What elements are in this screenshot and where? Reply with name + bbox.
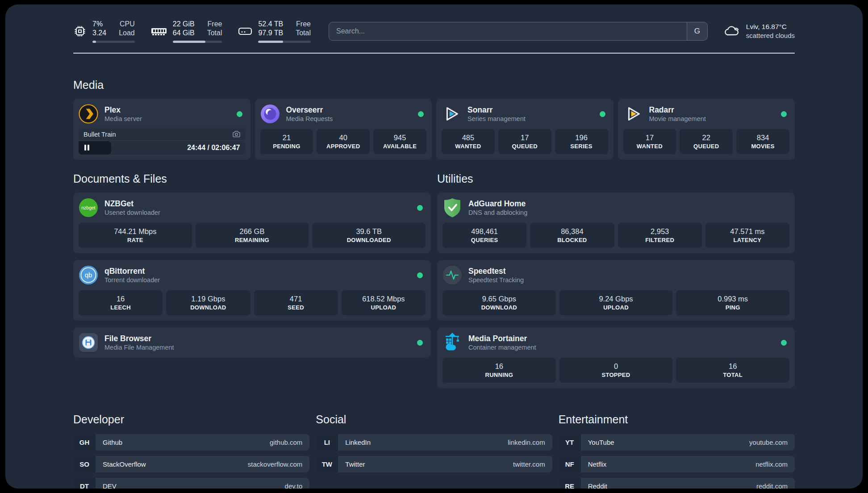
stat-queued: 17 QUEUED bbox=[498, 129, 551, 154]
stat-label: BLOCKED bbox=[557, 237, 587, 243]
bookmark-name: DEV bbox=[103, 482, 117, 489]
speedtest-pulse-icon bbox=[442, 265, 462, 285]
bookmark-netflix[interactable]: NF Netflix netflix.com bbox=[559, 456, 795, 472]
status-dot-online bbox=[417, 205, 423, 211]
stat-label: QUEUED bbox=[693, 143, 719, 150]
stat-downloaded: 39.6 TB DOWNLOADED bbox=[312, 223, 426, 248]
sonarr-card: Sonarr Series management 485 WANTED 17 Q… bbox=[436, 99, 613, 160]
cpu-progress-bar bbox=[92, 41, 135, 43]
status-dot-online bbox=[781, 111, 787, 117]
bookmark-twitter[interactable]: TW Twitter twitter.com bbox=[316, 456, 552, 472]
bookmark-name: YouTube bbox=[588, 439, 614, 446]
ram-icon bbox=[151, 26, 167, 37]
stat-value: 17 bbox=[646, 134, 654, 142]
bookmarks-entertainment: Entertainment YT YouTube youtube.com NF … bbox=[559, 413, 795, 489]
app-name: Media Portainer bbox=[468, 334, 536, 343]
portainer-card: Media Portainer Container management 16 … bbox=[437, 327, 795, 388]
stat-label: SEED bbox=[288, 304, 304, 311]
bookmark-reddit[interactable]: RE Reddit reddit.com bbox=[559, 478, 795, 489]
bookmark-url: stackoverflow.com bbox=[248, 460, 303, 468]
nzbget-app-link[interactable]: nzbget NZBGet Usenet downloader bbox=[79, 198, 417, 217]
stat-value: 744.21 Mbps bbox=[114, 227, 156, 236]
radarr-app-link[interactable]: Radarr Movie management bbox=[623, 104, 781, 124]
bookmark-name: StackOverflow bbox=[103, 460, 146, 468]
stat-label: RUNNING bbox=[485, 372, 513, 378]
bookmark-name: Netflix bbox=[588, 460, 607, 468]
bookmark-url: youtube.com bbox=[749, 439, 788, 446]
radarr-card: Radarr Movie management 17 WANTED 22 QUE… bbox=[618, 99, 795, 160]
stat-label: DOWNLOADED bbox=[347, 237, 391, 243]
stat-value: 40 bbox=[339, 134, 347, 142]
stat-value: 21 bbox=[283, 134, 291, 142]
bookmark-name: LinkedIn bbox=[345, 439, 371, 446]
system-stats: 7% 3.24 CPU Load bbox=[73, 20, 311, 43]
weather-widget: Lviv, 16.87°C scattered clouds bbox=[723, 22, 795, 40]
app-name: qBittorrent bbox=[104, 266, 160, 276]
bookmark-url: netflix.com bbox=[755, 460, 788, 468]
app-subtitle: Usenet downloader bbox=[104, 209, 160, 217]
pause-icon[interactable] bbox=[84, 145, 89, 150]
weather-condition: scattered clouds bbox=[746, 31, 795, 40]
portainer-crane-icon bbox=[442, 333, 462, 352]
stat-label: PING bbox=[726, 304, 740, 311]
bookmark-youtube[interactable]: YT YouTube youtube.com bbox=[559, 434, 795, 451]
status-dot-online bbox=[418, 111, 424, 117]
status-dot-online bbox=[237, 111, 242, 117]
stat-label: DOWNLOAD bbox=[190, 304, 226, 311]
adguard-shield-icon bbox=[442, 198, 462, 217]
section-title-documents: Documents & Files bbox=[73, 172, 431, 185]
stat-leech: 16 LEECH bbox=[79, 290, 163, 315]
stat-label: AVAILABLE bbox=[383, 143, 417, 150]
search-engine-button[interactable]: G bbox=[687, 22, 707, 40]
cpu-stat: 7% 3.24 CPU Load bbox=[73, 20, 135, 43]
plex-app-link[interactable]: Plex Media server bbox=[79, 104, 237, 124]
svg-text:nzbget: nzbget bbox=[81, 205, 96, 210]
status-dot-online bbox=[600, 111, 605, 117]
stat-label: MOVIES bbox=[751, 143, 774, 150]
stat-available: 945 AVAILABLE bbox=[373, 129, 426, 154]
memory-free: 22 GiB bbox=[173, 20, 195, 29]
bookmark-stackoverflow[interactable]: SO StackOverflow stackoverflow.com bbox=[73, 456, 309, 472]
stat-latency: 47.571 ms LATENCY bbox=[705, 223, 789, 248]
bookmark-dev[interactable]: DT DEV dev.to bbox=[73, 478, 309, 489]
portainer-app-link[interactable]: Media Portainer Container management bbox=[442, 333, 781, 352]
adguard-app-link[interactable]: AdGuard Home DNS and adblocking bbox=[442, 198, 789, 217]
sonarr-app-link[interactable]: Sonarr Series management bbox=[442, 104, 600, 124]
app-subtitle: Container management bbox=[468, 343, 536, 352]
stat-value: 196 bbox=[575, 134, 588, 142]
camera-icon[interactable] bbox=[233, 130, 240, 138]
search-area: G bbox=[329, 22, 708, 41]
overseerr-app-link[interactable]: Overseerr Media Requests bbox=[260, 104, 418, 124]
stat-remaining: 266 GB REMAINING bbox=[196, 223, 309, 248]
stat-label: SERIES bbox=[570, 143, 592, 150]
stat-label: LEECH bbox=[110, 304, 131, 311]
bookmark-url: reddit.com bbox=[756, 482, 788, 489]
bookmark-github[interactable]: GH Github github.com bbox=[73, 434, 309, 451]
stat-value: 47.571 ms bbox=[730, 227, 764, 236]
bookmark-url: twitter.com bbox=[513, 460, 545, 468]
overseerr-icon bbox=[260, 104, 280, 124]
stat-label: UPLOAD bbox=[603, 304, 629, 311]
bookmark-abbr: GH bbox=[73, 434, 96, 451]
radarr-icon bbox=[623, 104, 643, 124]
bookmark-abbr: TW bbox=[316, 456, 338, 472]
now-playing-title: Bullet Train bbox=[83, 131, 116, 138]
stat-value: 22 bbox=[702, 134, 710, 142]
cloud-icon bbox=[723, 24, 741, 39]
stat-value: 16 bbox=[117, 295, 125, 303]
bookmark-name: Twitter bbox=[345, 460, 365, 468]
stat-value: 2,953 bbox=[651, 227, 669, 236]
overseerr-card: Overseerr Media Requests 21 PENDING 40 A… bbox=[255, 99, 432, 160]
stat-value: 618.52 Mbps bbox=[362, 295, 405, 303]
search-input[interactable] bbox=[329, 22, 687, 40]
filebrowser-app-link[interactable]: File Browser Media File Management bbox=[79, 333, 417, 352]
bookmark-linkedin[interactable]: LI LinkedIn linkedin.com bbox=[316, 434, 552, 451]
disk-total-label: Total bbox=[296, 29, 311, 38]
app-name: NZBGet bbox=[104, 199, 160, 209]
qbittorrent-app-link[interactable]: qb qBittorrent Torrent downloader bbox=[79, 265, 417, 285]
bookmark-url: linkedin.com bbox=[508, 439, 545, 446]
stat-wanted: 485 WANTED bbox=[442, 129, 495, 154]
app-subtitle: Series management bbox=[467, 115, 526, 123]
section-title-media: Media bbox=[73, 79, 795, 92]
speedtest-app-link[interactable]: Speedtest Speedtest Tracking bbox=[442, 265, 789, 285]
